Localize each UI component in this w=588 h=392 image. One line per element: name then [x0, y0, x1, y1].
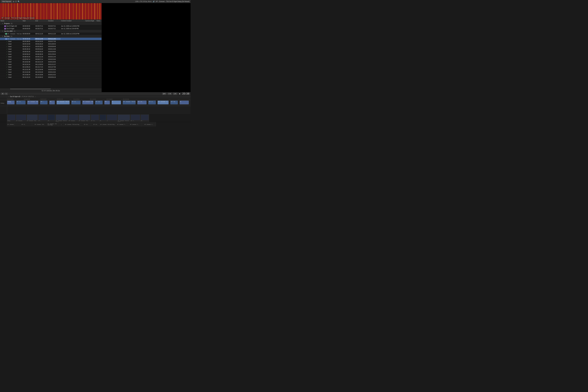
table-row[interactable]: ✓Used 00:03:38:5500:04:16:2600:00:37:30	[0, 40, 102, 43]
table-row[interactable]: ✓Used 00:10:24:1600:11:55:5300:01:31:37	[0, 63, 102, 66]
lf-item: KP –...	[38, 114, 47, 122]
timeline-clip[interactable]: Dialog	[7, 101, 15, 104]
browser-panel: KP - Evenant - TSS Out Of Sight Dialog (…	[0, 3, 102, 92]
table-row[interactable]: ✓Used 00:10:02:3800:10:21:2400:00:18:46	[0, 61, 102, 63]
subclip-label: Used	[8, 64, 11, 65]
timeline-tracks[interactable]: Dialog KP – E... KP – Evenant – TSS... K…	[7, 100, 191, 114]
clip-duration: 00:01:31:37	[48, 64, 61, 65]
clip-duration: 00:00:10:32	[48, 74, 61, 76]
timeline-clip[interactable]: KP – Ev...	[137, 101, 147, 104]
toolbar-right: 1280 x 720 | 60 fps, Mono 🔊 KP – Evenant…	[135, 0, 190, 2]
ruler-mark: 00:08:00:00	[57, 98, 63, 100]
lf-item: KP – Evenant...	[16, 114, 27, 122]
speaker-icon[interactable]: 🔊	[153, 0, 155, 2]
disclosure-jun12-clip[interactable]: ▸	[4, 33, 5, 34]
ruler-left-spacer	[0, 98, 7, 100]
list-view-icon[interactable]: ☰	[15, 0, 17, 2]
table-body[interactable]: ▾ Projects (2) Out Of Sight v02 00:00:00	[0, 22, 102, 89]
used-checkmark: ✓	[6, 69, 8, 70]
preview-panel	[102, 3, 191, 92]
table-row[interactable]: ✓Used 00:15:10:2400:16:06:4200:00:56:18	[0, 76, 102, 78]
timeline-clip[interactable]: KP – E...	[16, 101, 26, 104]
lf-item: KP...	[141, 114, 149, 122]
col-header-start[interactable]: Start	[22, 20, 35, 22]
table-row[interactable]: ▸ KP – Evenant – TSS Out O... 00:00:00:0…	[0, 32, 102, 35]
col-header-duration[interactable]: Duration	[48, 20, 61, 22]
table-row[interactable]: ✓Used 00:06:58:4200:08:38:2600:01:39:44	[0, 53, 102, 56]
timeline-clip[interactable]: KP – Evenant – TSS Out Of Sig...	[57, 101, 70, 104]
lf-item: KP – Evenant...	[69, 114, 78, 122]
used-checkmark: ✓	[6, 76, 8, 78]
timeline-tool-btn2[interactable]: ✂▼	[168, 93, 172, 95]
timeline-clip[interactable]: KI	[180, 101, 189, 104]
horizontal-scroll[interactable]	[0, 89, 102, 89]
timeline-nav-prev[interactable]: ‹	[8, 96, 9, 98]
disclosure-nodata[interactable]: ▾	[2, 36, 4, 37]
lf-item: KP – Evenant – TSS Out Of Sig...	[118, 114, 130, 122]
timeline-clip[interactable]: KP – Evenant – TSS Out Of Sig...	[123, 101, 136, 104]
table-row[interactable]: Out Of Sight v02 00:00:00:00 00:30:37:21…	[0, 25, 102, 28]
table-row[interactable]: ✓Used 00:14:08:3400:14:19:0600:00:10:32	[0, 74, 102, 76]
timeline-clip[interactable]: KP – E...	[71, 101, 81, 104]
clip-end: 00:05:28:24	[35, 43, 48, 45]
clip-icon	[5, 38, 7, 40]
timeline-clip[interactable]: KP – Evenant – T...	[158, 101, 169, 104]
timeline-nav-next[interactable]: ›	[35, 96, 36, 98]
table-row[interactable]: ✓Used 00:05:39:3200:05:54:2000:00:14:48	[0, 48, 102, 50]
col-header-camera-angle[interactable]: Camera Angle	[85, 20, 96, 22]
clip-duration: 00:00:37:30	[48, 41, 61, 42]
select-tool-btn[interactable]: ↖	[5, 93, 8, 95]
col-header-notes[interactable]: Notes	[96, 20, 102, 22]
blade-tool-btn[interactable]: ▼	[1, 93, 4, 95]
timeline-clip[interactable]: KP – Evenant – TSS...	[27, 101, 38, 104]
clip-duration: 00:00:25:00	[48, 58, 61, 60]
lf-item: KP – T...	[130, 114, 140, 122]
col-header-end[interactable]: End	[35, 20, 48, 22]
clip-duration: 00:00:18:46	[48, 61, 61, 63]
play-btn[interactable]: ▶	[178, 92, 181, 95]
table-row[interactable]: ✓Used 00:09:32:1400:09:57:1400:00:25:00	[0, 58, 102, 61]
clip-start: 00:13:31:38	[22, 69, 35, 70]
disclosure-selected-clip[interactable]: ▾	[4, 38, 5, 40]
col-header-content-created[interactable]: Content Created	[61, 20, 85, 22]
hide-rejected-btn[interactable]: Hide Rejected	[1, 0, 12, 2]
group-projects[interactable]: ▾ Projects (2)	[0, 22, 102, 25]
timeline-clip[interactable]: KP...	[104, 101, 110, 104]
timeline-clip[interactable]: KP – Ev...	[95, 101, 103, 104]
clip-duration: 00:01:07:58	[48, 66, 61, 68]
group-nodata[interactable]: ▾ No Data (1)	[0, 35, 102, 38]
col-header-name[interactable]: Name	[0, 20, 22, 22]
group-jun12[interactable]: ▾ Jun 12, 2020 (1)	[0, 30, 102, 32]
event-icon	[5, 33, 7, 34]
selected-clip-row[interactable]: ▾ KP – Evenant – TSS Out O... 00:00:00:0…	[0, 38, 102, 40]
table-row[interactable]: ✓Used 00:05:55:3000:06:35:2000:00:39:50	[0, 50, 102, 53]
search-icon[interactable]: 🔍	[18, 0, 20, 2]
grid-view-icon[interactable]: ⊞	[13, 0, 14, 2]
timeline-tool-btn3[interactable]: ⊙▼	[173, 93, 177, 95]
used-checkmark: ✓	[6, 72, 8, 73]
clip-end: 00:16:06:42	[35, 76, 48, 78]
used-checkmark: ✓	[6, 64, 8, 65]
timeline-clip[interactable]: KP – Evenant – TSS Out...	[82, 101, 93, 104]
timeline-clip[interactable]: KP – Ev...	[170, 101, 178, 104]
timeline-tool-btn1[interactable]: ⊞▼	[162, 93, 166, 95]
table-row[interactable]: ✓Used 00:08:40:3400:09:12:1800:00:31:44	[0, 56, 102, 58]
table-row[interactable]: ✓Used 00:04:19:4000:05:28:2400:01:08:43	[0, 43, 102, 45]
timeline-clip[interactable]: K	[112, 101, 121, 104]
clip-duration: 00:41:11:45	[48, 38, 61, 40]
clip-end: 00:06:35:20	[35, 51, 48, 52]
timeline-clip[interactable]: KP –...	[40, 101, 48, 104]
table-row[interactable]: Out Of Sight 00:00:00:00 00:30:37:21 00:…	[0, 28, 102, 30]
timeline-clip[interactable]: KP...	[49, 101, 55, 104]
status-bar: 52 of 4 selected, 26m 39.22s	[0, 89, 102, 92]
group-nodata-label: No Data	[4, 36, 10, 37]
table-row[interactable]: ✓Used 00:12:09:2400:13:17:2200:01:07:58	[0, 66, 102, 68]
disclosure-projects[interactable]: ▾	[2, 23, 4, 24]
table-row[interactable]: ✓Used 00:13:31:3800:13:34:4800:00:03:09	[0, 68, 102, 71]
table-row[interactable]: ✓Used 00:13:42:4800:13:53:4000:00:10:52	[0, 71, 102, 74]
table-row[interactable]: ✓Used 00:05:29:1400:05:38:0200:00:08:48	[0, 45, 102, 48]
timeline-clip[interactable]: KP – E...	[148, 101, 156, 104]
used-checkmark: ✓	[6, 43, 8, 45]
ruler-mark: 00:02:00:00	[7, 98, 13, 100]
disclosure-jun12[interactable]: ▾	[2, 30, 4, 32]
